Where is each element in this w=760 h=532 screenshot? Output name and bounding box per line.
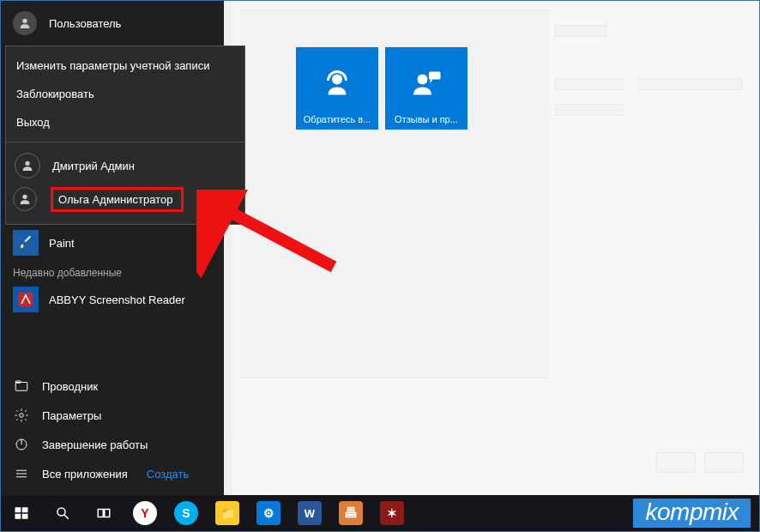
headset-person-icon — [322, 68, 353, 99]
svg-point-0 — [22, 19, 27, 23]
abbyy-icon — [13, 287, 39, 312]
sys-label: Завершение работы — [42, 438, 148, 451]
tile-label: Обратитесь в... — [304, 114, 371, 124]
svg-rect-20 — [22, 514, 28, 519]
current-user[interactable]: Пользователь — [1, 1, 224, 44]
tile-label: Отзывы и пр... — [395, 114, 458, 124]
yandex-icon: Y — [133, 501, 157, 525]
app-paint[interactable]: Paint ❯ — [1, 227, 224, 258]
svg-point-21 — [57, 508, 65, 516]
user-avatar-icon — [15, 153, 40, 178]
windows-icon — [14, 505, 29, 521]
svg-point-5 — [20, 414, 24, 418]
change-account-settings[interactable]: Изменить параметры учетной записи — [6, 51, 244, 80]
svg-rect-15 — [429, 72, 441, 80]
skype-icon: S — [174, 501, 198, 525]
current-user-name: Пользователь — [49, 17, 121, 30]
taskbar-app2[interactable]: ✶ — [371, 495, 413, 531]
svg-rect-17 — [15, 507, 21, 512]
task-view-button[interactable] — [83, 495, 124, 531]
folder-icon: 📁 — [215, 501, 239, 525]
taskbar-yandex[interactable]: Y — [124, 495, 166, 531]
power-icon — [13, 436, 30, 453]
svg-point-13 — [332, 75, 342, 85]
app-icon: ✶ — [380, 501, 404, 525]
recently-added-header: Недавно добавленные — [1, 258, 224, 284]
app-label: ABBYY Screenshot Reader — [49, 293, 185, 306]
create-link[interactable]: Создать — [147, 468, 189, 481]
watermark: kompmix — [633, 499, 751, 528]
svg-rect-23 — [98, 510, 103, 517]
switch-user-olga-highlighted[interactable]: Ольга Администратор — [51, 187, 184, 212]
search-icon — [55, 505, 70, 521]
app-abbyy[interactable]: ABBYY Screenshot Reader — [1, 284, 224, 315]
user-avatar-icon — [13, 187, 37, 211]
svg-line-22 — [64, 515, 69, 519]
power-link[interactable]: Завершение работы — [1, 430, 224, 459]
search-button[interactable] — [42, 495, 83, 531]
paint-icon — [13, 230, 39, 256]
tile-contact-support[interactable]: Обратитесь в... — [296, 47, 378, 130]
svg-point-14 — [418, 75, 428, 85]
printer-icon: 🖶 — [339, 501, 363, 525]
user-avatar-icon — [13, 11, 37, 35]
svg-rect-19 — [15, 514, 21, 519]
svg-rect-3 — [15, 383, 27, 391]
separator — [6, 142, 244, 142]
svg-point-1 — [21, 245, 23, 248]
sys-label: Параметры — [42, 409, 101, 422]
start-tiles: Обратитесь в... Отзывы и пр... — [296, 47, 467, 130]
all-apps-link[interactable]: Все приложения Создать — [1, 459, 224, 488]
sign-out[interactable]: Выход — [6, 108, 244, 136]
gear-icon — [13, 407, 30, 424]
svg-point-12 — [22, 194, 27, 198]
tile-feedback[interactable]: Отзывы и пр... — [385, 47, 467, 130]
switch-user-name: Ольга Администратор — [58, 193, 172, 206]
taskbar-skype[interactable]: S — [166, 495, 207, 531]
app-label: Paint — [49, 237, 75, 250]
explorer-icon — [13, 378, 30, 395]
sys-label: Все приложения — [42, 468, 128, 481]
taskbar-word[interactable]: W — [289, 495, 330, 531]
svg-rect-18 — [22, 507, 28, 512]
svg-point-11 — [25, 161, 29, 166]
lock-account[interactable]: Заблокировать — [6, 80, 244, 108]
start-button[interactable] — [1, 495, 42, 531]
svg-rect-24 — [105, 510, 110, 517]
hamburger-icon — [13, 465, 30, 482]
person-chat-icon — [411, 68, 442, 99]
gear-tile-icon: ⚙ — [256, 501, 280, 525]
user-account-flyout: Изменить параметры учетной записи Заблок… — [5, 45, 245, 225]
switch-user-dmitry[interactable]: Дмитрий Админ — [6, 148, 244, 184]
taskbar-explorer[interactable]: 📁 — [207, 495, 248, 531]
word-icon: W — [298, 501, 322, 525]
settings-link[interactable]: Параметры — [1, 401, 224, 430]
task-view-icon — [96, 505, 112, 521]
start-bottom-section: Проводник Параметры Завершение работы Вс… — [1, 372, 224, 497]
chevron-right-icon: ❯ — [204, 238, 212, 249]
switch-user-name: Дмитрий Админ — [52, 160, 135, 172]
taskbar-settings[interactable]: ⚙ — [248, 495, 289, 531]
taskbar-app1[interactable]: 🖶 — [330, 495, 371, 531]
explorer-link[interactable]: Проводник — [1, 372, 224, 401]
sys-label: Проводник — [42, 380, 98, 393]
